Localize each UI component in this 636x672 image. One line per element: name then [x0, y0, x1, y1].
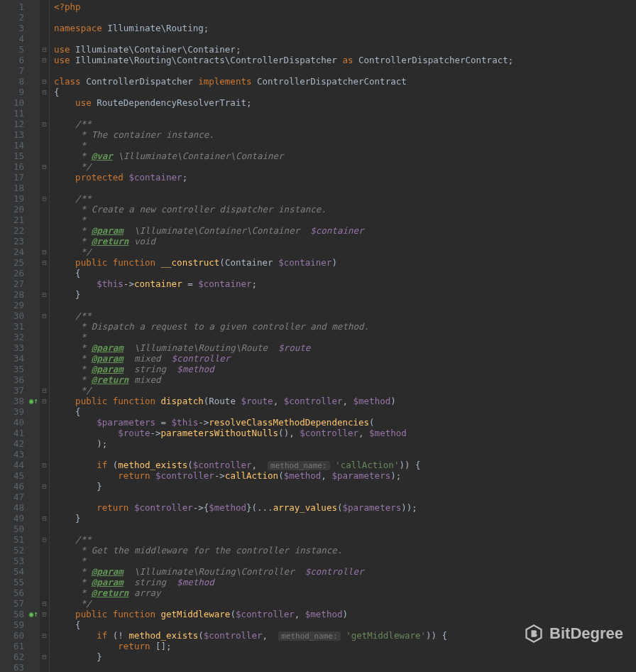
- code-line[interactable]: * Dispatch a request to a given controll…: [54, 321, 636, 332]
- code-line[interactable]: public function dispatch(Route $route, $…: [54, 396, 636, 406]
- line-number-gutter[interactable]: 1234567891011121314151617181920212223242…: [0, 0, 40, 672]
- code-line[interactable]: * @param string $method: [54, 577, 636, 587]
- code-line[interactable]: /**: [54, 193, 636, 204]
- line-number[interactable]: 62: [0, 651, 40, 662]
- fold-toggle[interactable]: ⊟: [40, 119, 49, 129]
- line-number[interactable]: 1: [0, 1, 40, 12]
- line-number[interactable]: 54: [0, 566, 40, 577]
- line-number[interactable]: 18: [0, 183, 40, 193]
- code-line[interactable]: * @return void: [54, 236, 636, 246]
- line-number[interactable]: 46: [0, 481, 40, 492]
- line-number[interactable]: 38◉↑: [0, 396, 40, 406]
- code-editor[interactable]: 1234567891011121314151617181920212223242…: [0, 0, 636, 672]
- code-line[interactable]: /**: [54, 534, 636, 545]
- line-number[interactable]: 22: [0, 225, 40, 236]
- line-number[interactable]: 59: [0, 619, 40, 630]
- line-number[interactable]: 23: [0, 236, 40, 246]
- fold-toggle[interactable]: ⊟: [40, 460, 49, 470]
- line-number[interactable]: 48: [0, 502, 40, 513]
- line-number[interactable]: 63: [0, 662, 40, 672]
- line-number[interactable]: 42: [0, 438, 40, 449]
- line-number[interactable]: 61: [0, 641, 40, 651]
- code-line[interactable]: * @return array: [54, 587, 636, 598]
- line-number[interactable]: 56: [0, 587, 40, 598]
- code-line[interactable]: *: [54, 332, 636, 342]
- code-line[interactable]: {: [54, 268, 636, 278]
- line-number[interactable]: 49: [0, 513, 40, 524]
- line-number[interactable]: 13: [0, 129, 40, 140]
- line-number[interactable]: 25: [0, 257, 40, 268]
- code-line[interactable]: [54, 449, 636, 460]
- code-line[interactable]: * @return mixed: [54, 374, 636, 385]
- fold-toggle[interactable]: ⊟: [40, 76, 49, 87]
- fold-toggle[interactable]: ⊟: [40, 193, 49, 204]
- code-line[interactable]: *: [54, 556, 636, 566]
- fold-column[interactable]: ⊟⊟⊟⊟⊟⊟⊟⊟⊟⊟⊟⊟⊟⊟⊟⊟⊟⊟⊟⊟⊟: [40, 0, 50, 672]
- line-number[interactable]: 31: [0, 321, 40, 332]
- fold-toggle[interactable]: ⊟: [40, 87, 49, 97]
- line-number[interactable]: 26: [0, 268, 40, 278]
- line-number[interactable]: 5: [0, 44, 40, 55]
- code-line[interactable]: [54, 108, 636, 119]
- line-number[interactable]: 60: [0, 630, 40, 641]
- line-number[interactable]: 50: [0, 524, 40, 534]
- code-line[interactable]: * @param \Illuminate\Routing\Route $rout…: [54, 342, 636, 353]
- fold-toggle[interactable]: ⊟: [40, 651, 49, 662]
- code-line[interactable]: [54, 183, 636, 193]
- fold-toggle[interactable]: ⊟: [40, 289, 49, 300]
- line-number[interactable]: 15: [0, 151, 40, 161]
- code-line[interactable]: [54, 300, 636, 310]
- line-number[interactable]: 2: [0, 12, 40, 23]
- code-line[interactable]: * The container instance.: [54, 129, 636, 140]
- gutter-mark-icon[interactable]: ◉↑: [29, 396, 38, 406]
- code-line[interactable]: }: [54, 513, 636, 524]
- line-number[interactable]: 55: [0, 577, 40, 587]
- code-line[interactable]: $this->container = $container;: [54, 278, 636, 289]
- line-number[interactable]: 41: [0, 428, 40, 438]
- code-line[interactable]: }: [54, 481, 636, 492]
- line-number[interactable]: 35: [0, 364, 40, 374]
- code-line[interactable]: [54, 492, 636, 502]
- line-number[interactable]: 51: [0, 534, 40, 545]
- code-line[interactable]: *: [54, 215, 636, 225]
- line-number[interactable]: 14: [0, 140, 40, 151]
- code-area[interactable]: <?php namespace Illuminate\Routing; use …: [50, 0, 636, 672]
- line-number[interactable]: 57: [0, 598, 40, 609]
- line-number[interactable]: 4: [0, 33, 40, 44]
- code-line[interactable]: [54, 65, 636, 76]
- code-line[interactable]: [54, 12, 636, 23]
- fold-toggle[interactable]: ⊟: [40, 257, 49, 268]
- code-line[interactable]: * @param \Illuminate\Routing\Controller …: [54, 566, 636, 577]
- code-line[interactable]: * Create a new controller dispatcher ins…: [54, 204, 636, 215]
- line-number[interactable]: 20: [0, 204, 40, 215]
- code-line[interactable]: [54, 662, 636, 672]
- code-line[interactable]: * Get the middleware for the controller …: [54, 545, 636, 556]
- code-line[interactable]: );: [54, 438, 636, 449]
- fold-toggle[interactable]: ⊟: [40, 481, 49, 492]
- code-line[interactable]: public function getMiddleware($controlle…: [54, 609, 636, 619]
- line-number[interactable]: 47: [0, 492, 40, 502]
- code-line[interactable]: */: [54, 598, 636, 609]
- line-number[interactable]: 37: [0, 385, 40, 396]
- line-number[interactable]: 9: [0, 87, 40, 97]
- line-number[interactable]: 44: [0, 460, 40, 470]
- line-number[interactable]: 40: [0, 417, 40, 428]
- line-number[interactable]: 8: [0, 76, 40, 87]
- code-line[interactable]: {: [54, 87, 636, 97]
- line-number[interactable]: 16: [0, 161, 40, 172]
- code-line[interactable]: */: [54, 246, 636, 257]
- line-number[interactable]: 12: [0, 119, 40, 129]
- code-line[interactable]: */: [54, 385, 636, 396]
- line-number[interactable]: 27: [0, 278, 40, 289]
- line-number[interactable]: 29: [0, 300, 40, 310]
- fold-toggle[interactable]: ⊟: [40, 396, 49, 406]
- code-line[interactable]: $route->parametersWithoutNulls(), $contr…: [54, 428, 636, 438]
- line-number[interactable]: 11: [0, 108, 40, 119]
- code-line[interactable]: $parameters = $this->resolveClassMethodD…: [54, 417, 636, 428]
- gutter-mark-icon[interactable]: ◉↑: [29, 609, 38, 619]
- line-number[interactable]: 19: [0, 193, 40, 204]
- line-number[interactable]: 28: [0, 289, 40, 300]
- code-line[interactable]: namespace Illuminate\Routing;: [54, 23, 636, 33]
- code-line[interactable]: return $controller->{$method}(...array_v…: [54, 502, 636, 513]
- code-line[interactable]: [54, 524, 636, 534]
